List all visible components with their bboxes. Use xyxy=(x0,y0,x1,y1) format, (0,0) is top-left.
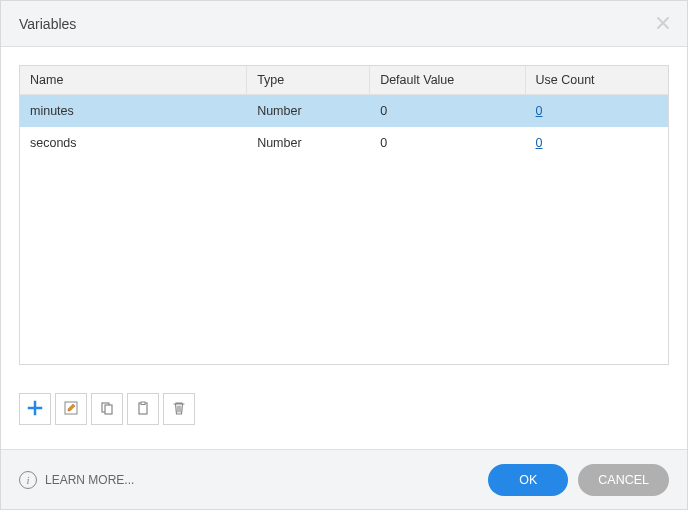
close-icon[interactable] xyxy=(653,13,673,33)
pencil-icon xyxy=(63,400,79,419)
column-header-type[interactable]: Type xyxy=(247,66,370,95)
name-cell: seconds xyxy=(20,127,247,159)
cancel-button[interactable]: CANCEL xyxy=(578,464,669,496)
dialog-header: Variables xyxy=(1,1,687,47)
variables-table: Name Type Default Value Use Count minute… xyxy=(19,65,669,365)
name-cell: minutes xyxy=(20,95,247,128)
copy-button[interactable] xyxy=(91,393,123,425)
table-row[interactable]: minutesNumber00 xyxy=(20,95,668,128)
delete-button[interactable] xyxy=(163,393,195,425)
use-count-cell[interactable]: 0 xyxy=(525,95,667,128)
add-button[interactable] xyxy=(19,393,51,425)
paste-icon xyxy=(135,400,151,419)
default-value-cell: 0 xyxy=(370,127,525,159)
type-cell: Number xyxy=(247,127,370,159)
use-count-link[interactable]: 0 xyxy=(536,136,543,150)
table-row[interactable]: secondsNumber00 xyxy=(20,127,668,159)
ok-button[interactable]: OK xyxy=(488,464,568,496)
svg-rect-4 xyxy=(141,402,145,405)
variables-dialog: Variables Name Type Default Value Use Co… xyxy=(0,0,688,510)
learn-more-link[interactable]: i LEARN MORE... xyxy=(19,471,134,489)
edit-button[interactable] xyxy=(55,393,87,425)
dialog-title: Variables xyxy=(19,16,76,32)
default-value-cell: 0 xyxy=(370,95,525,128)
paste-button[interactable] xyxy=(127,393,159,425)
copy-icon xyxy=(99,400,115,419)
column-header-name[interactable]: Name xyxy=(20,66,247,95)
toolbar xyxy=(19,393,669,425)
svg-rect-2 xyxy=(105,405,112,414)
info-icon: i xyxy=(19,471,37,489)
trash-icon xyxy=(171,400,187,419)
dialog-footer: i LEARN MORE... OK CANCEL xyxy=(1,449,687,509)
table-header-row: Name Type Default Value Use Count xyxy=(20,66,668,95)
dialog-body: Name Type Default Value Use Count minute… xyxy=(1,47,687,449)
learn-more-label: LEARN MORE... xyxy=(45,473,134,487)
column-header-default-value[interactable]: Default Value xyxy=(370,66,525,95)
type-cell: Number xyxy=(247,95,370,128)
column-header-use-count[interactable]: Use Count xyxy=(525,66,667,95)
use-count-link[interactable]: 0 xyxy=(536,104,543,118)
plus-icon xyxy=(27,400,43,419)
use-count-cell[interactable]: 0 xyxy=(525,127,667,159)
